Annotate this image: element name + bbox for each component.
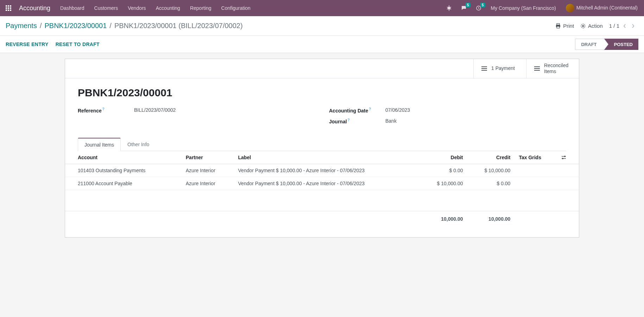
app-brand[interactable]: Accounting — [14, 5, 55, 12]
menu-configuration[interactable]: Configuration — [216, 0, 255, 16]
journal-value[interactable]: Bank — [385, 118, 397, 124]
col-tax-grids[interactable]: Tax Grids — [514, 151, 557, 164]
company-selector[interactable]: My Company (San Francisco) — [487, 5, 560, 11]
svg-rect-2 — [10, 5, 11, 7]
user-name: Mitchell Admin (Continental) — [576, 5, 638, 11]
help-icon[interactable]: ? — [348, 118, 350, 122]
svg-rect-3 — [6, 7, 7, 9]
cell-label: Vendor Payment $ 10,000.00 - Azure Inter… — [234, 177, 420, 190]
cell-label: Vendor Payment $ 10,000.00 - Azure Inter… — [234, 164, 420, 177]
total-debit: 10,000.00 — [420, 211, 467, 227]
accounting-date-label: Accounting Date? — [329, 107, 385, 114]
tab-other-info[interactable]: Other Info — [121, 138, 156, 151]
reset-to-draft-button[interactable]: RESET TO DRAFT — [56, 41, 100, 47]
status-draft[interactable]: DRAFT — [575, 39, 604, 50]
col-options[interactable] — [557, 151, 579, 164]
reference-value[interactable]: BILL/2023/07/0002 — [134, 107, 176, 114]
status-arrows: DRAFT POSTED — [575, 39, 638, 50]
col-account[interactable]: Account — [65, 151, 182, 164]
cell-credit: $ 10,000.00 — [467, 164, 515, 177]
status-posted[interactable]: POSTED — [604, 39, 638, 50]
breadcrumb-separator: / — [109, 22, 112, 30]
svg-rect-0 — [6, 5, 7, 7]
breadcrumb-current: PBNK1/2023/00001 (BILL/2023/07/0002) — [114, 22, 243, 30]
svg-line-15 — [450, 9, 451, 9]
help-icon[interactable]: ? — [369, 107, 371, 111]
help-icon[interactable]: ? — [102, 107, 105, 111]
breadcrumb-entry[interactable]: PBNK1/2023/00001 — [45, 22, 107, 30]
apps-icon[interactable] — [3, 2, 14, 14]
col-label[interactable]: Label — [234, 151, 420, 164]
cell-partner: Azure Interior — [182, 177, 234, 190]
svg-rect-23 — [481, 70, 487, 71]
control-bar: Payments / PBNK1/2023/00001 / PBNK1/2023… — [0, 16, 644, 36]
print-button[interactable]: Print — [555, 23, 574, 29]
breadcrumb-payments[interactable]: Payments — [6, 22, 37, 30]
activities-badge: 5 — [480, 3, 485, 7]
reverse-entry-button[interactable]: REVERSE ENTRY — [6, 41, 49, 47]
svg-rect-1 — [8, 5, 9, 7]
svg-point-30 — [562, 158, 563, 159]
breadcrumb-separator: / — [40, 22, 42, 30]
cell-tax-grids — [514, 177, 557, 190]
menu-vendors[interactable]: Vendors — [123, 0, 151, 16]
tab-journal-items[interactable]: Journal Items — [78, 138, 121, 151]
menu-accounting[interactable]: Accounting — [151, 0, 185, 16]
main-navbar: Accounting Dashboard Customers Vendors A… — [0, 0, 644, 16]
bars-icon — [533, 65, 541, 72]
svg-line-12 — [447, 7, 448, 7]
button-box: 1 Payment Reconciled Items — [65, 59, 579, 78]
reference-label: Reference? — [78, 107, 134, 114]
sliders-icon — [561, 155, 566, 160]
cell-debit: $ 10,000.00 — [420, 177, 467, 190]
stat-reconciled-label-1: Reconciled — [544, 63, 568, 69]
svg-point-28 — [564, 156, 566, 157]
table-row[interactable]: 101403 Outstanding Payments Azure Interi… — [65, 164, 579, 177]
svg-rect-19 — [557, 26, 560, 28]
svg-point-9 — [448, 7, 450, 9]
avatar — [566, 4, 574, 12]
navbar-right: 5 5 My Company (San Francisco) Mitchell … — [443, 2, 641, 14]
stat-reconciled-label-2: Items — [544, 69, 568, 75]
table-row[interactable]: 211000 Account Payable Azure Interior Ve… — [65, 177, 579, 190]
pager-prev[interactable] — [623, 24, 630, 28]
cell-debit: $ 0.00 — [420, 164, 467, 177]
user-menu[interactable]: Mitchell Admin (Continental) — [562, 4, 641, 12]
stat-payment-label: 1 Payment — [491, 65, 515, 71]
svg-line-14 — [447, 9, 448, 9]
table-empty-row — [65, 190, 579, 211]
svg-rect-22 — [481, 68, 487, 69]
messages-icon[interactable]: 5 — [458, 2, 470, 14]
pager: 1 / 1 — [609, 23, 638, 29]
stat-payment-button[interactable]: 1 Payment — [473, 59, 526, 78]
menu-reporting[interactable]: Reporting — [185, 0, 216, 16]
col-debit[interactable]: Debit — [420, 151, 467, 164]
action-label: Action — [588, 23, 603, 29]
debug-icon[interactable] — [443, 2, 455, 14]
status-bar: REVERSE ENTRY RESET TO DRAFT DRAFT POSTE… — [0, 36, 644, 53]
svg-rect-6 — [6, 9, 7, 11]
main-menu: Dashboard Customers Vendors Accounting R… — [55, 0, 255, 16]
col-credit[interactable]: Credit — [467, 151, 515, 164]
action-button[interactable]: Action — [580, 23, 603, 29]
svg-rect-4 — [8, 7, 9, 9]
bars-icon — [481, 65, 488, 72]
col-partner[interactable]: Partner — [182, 151, 234, 164]
stat-reconciled-button[interactable]: Reconciled Items — [526, 59, 579, 78]
journal-label: Journal? — [329, 118, 385, 124]
activities-icon[interactable]: 5 — [473, 2, 485, 14]
table-totals-row: 10,000.00 10,000.00 — [65, 211, 579, 227]
cell-account: 211000 Account Payable — [65, 177, 182, 190]
menu-customers[interactable]: Customers — [89, 0, 123, 16]
record-title: PBNK1/2023/00001 — [78, 87, 566, 99]
form-sheet: 1 Payment Reconciled Items PBNK1/2023/00… — [65, 59, 579, 238]
menu-dashboard[interactable]: Dashboard — [55, 0, 89, 16]
pager-next[interactable] — [631, 24, 638, 28]
pager-count: 1 / 1 — [609, 23, 619, 29]
svg-rect-26 — [534, 70, 540, 71]
tabs: Journal Items Other Info — [78, 138, 566, 151]
accounting-date-value[interactable]: 07/06/2023 — [385, 107, 410, 114]
print-icon — [555, 23, 561, 29]
svg-rect-21 — [481, 66, 487, 67]
breadcrumb: Payments / PBNK1/2023/00001 / PBNK1/2023… — [6, 22, 243, 30]
